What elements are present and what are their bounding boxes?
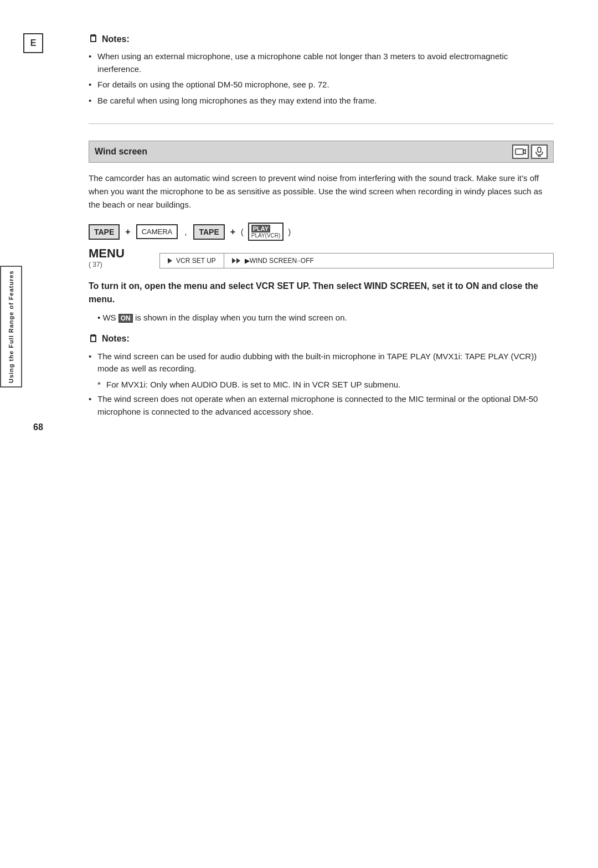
notes-item-2: For details on using the optional DM-50 … (89, 79, 554, 91)
mic-icon (534, 147, 544, 157)
notes-title-1: Notes: (102, 34, 130, 44)
notes2-subitem-1: For MVX1i: Only when AUDIO DUB. is set t… (89, 379, 554, 391)
menu-cell-2: ▶WIND SCREEN··OFF (224, 254, 322, 268)
notes-icon-1: 🗒 (89, 33, 99, 45)
close-paren: ) (288, 228, 291, 236)
wind-screen-body: The camcorder has an automatic wind scre… (89, 172, 554, 211)
section-header: Wind screen (89, 141, 554, 163)
camera-icon (515, 147, 526, 156)
notes-item-3: Be careful when using long microphones a… (89, 95, 554, 107)
tape-btn-1: TAPE (89, 224, 120, 240)
arrow-triangle-1 (168, 258, 172, 264)
comma: , (184, 227, 187, 236)
menu-boxes-row: VCR SET UP ▶WIND SCREEN··OFF (159, 253, 554, 268)
notes-header-2: 🗒 Notes: (89, 333, 554, 345)
sidebar-tab: Using the Full Range of Features (0, 266, 22, 388)
notes-section-2: 🗒 Notes: The wind screen can be used for… (89, 333, 554, 418)
notes-header-1: 🗒 Notes: (89, 33, 554, 45)
svg-marker-1 (523, 149, 525, 154)
mic-icon-box (531, 144, 548, 159)
tape-btn-2: TAPE (193, 224, 224, 240)
menu-sub: ( 37) (89, 261, 102, 268)
svg-rect-2 (538, 147, 541, 152)
notes-section-1: 🗒 Notes: When using an external micropho… (89, 33, 554, 107)
page-number: 68 (33, 422, 43, 432)
play-label: PLAY (251, 225, 270, 232)
menu-left-col: MENU ( 37) (89, 246, 155, 268)
menu-top-row: MENU ( 37) VCR SET UP ▶WIND SCREEN··OFF (89, 246, 554, 268)
operation-diagram: TAPE + CAMERA , TAPE + ( PLAY PLAY(VCR) … (89, 223, 554, 241)
menu-cell-1: VCR SET UP (160, 254, 224, 268)
menu-label: MENU (89, 246, 133, 261)
instruction-bold: To turn it on, open the menu and select … (89, 280, 554, 306)
notes2-item-2: The wind screen does not operate when an… (89, 393, 554, 418)
menu-cell-2-text: ▶WIND SCREEN··OFF (245, 257, 314, 265)
menu-row-wrap: MENU ( 37) VCR SET UP ▶WIND SCREEN··OFF (89, 246, 554, 271)
triangle-1 (232, 258, 236, 264)
plus-1: + (125, 227, 130, 237)
notes2-item-1: The wind screen can be used for audio du… (89, 350, 554, 375)
section-title: Wind screen (95, 147, 147, 157)
page-wrapper: E Using the Full Range of Features 🗒 Not… (0, 0, 598, 454)
section-icons (512, 144, 548, 159)
ws-box: ON (118, 314, 133, 323)
e-tab: E (23, 33, 43, 53)
triangle-2 (236, 258, 240, 264)
playvcr-label: PLAY(VCR) (251, 232, 281, 239)
notes-list-1: When using an external microphone, use a… (89, 50, 554, 107)
separator (89, 123, 554, 124)
ws-bullet: • WS ON is shown in the display when you… (97, 312, 554, 324)
camera-btn: CAMERA (136, 224, 178, 239)
play-vcr-group: PLAY PLAY(VCR) (248, 223, 284, 241)
notes-icon-2: 🗒 (89, 333, 99, 345)
e-tab-label: E (30, 38, 37, 48)
notes-item-1: When using an external microphone, use a… (89, 50, 554, 75)
instruction-text: To turn it on, open the menu and select … (89, 281, 538, 304)
notes-title-2: Notes: (102, 334, 130, 344)
svg-rect-0 (515, 149, 523, 154)
wind-screen-body-text: The camcorder has an automatic wind scre… (89, 173, 543, 209)
sidebar-label: Using the Full Range of Features (8, 270, 14, 383)
menu-cell-1-text: VCR SET UP (176, 257, 216, 265)
open-paren: ( (241, 228, 244, 236)
double-triangle (232, 258, 240, 264)
plus-2: + (230, 227, 235, 237)
page-number-text: 68 (33, 422, 43, 432)
camera-icon-box (512, 144, 529, 159)
